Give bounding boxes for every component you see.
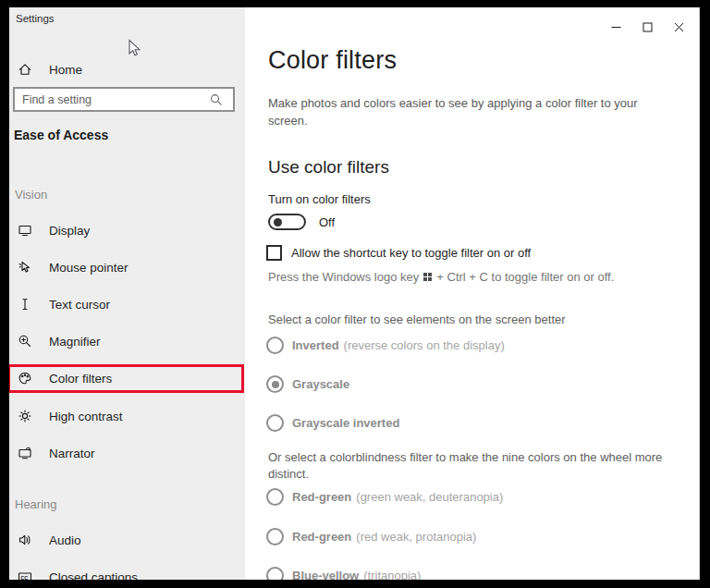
radio-description: (red weak, protanopia) <box>356 530 476 544</box>
narrator-icon <box>18 446 32 460</box>
colorblind-intro: Or select a colorblindness filter to mak… <box>268 449 667 483</box>
sidebar-item-closed-captions[interactable]: CC Closed captions <box>9 559 245 580</box>
shortcut-checkbox-label: Allow the shortcut key to toggle filter … <box>291 246 531 260</box>
radio-inverted[interactable] <box>266 337 284 354</box>
main-content: Color filters Make photos and colors eas… <box>245 7 700 580</box>
sidebar-item-display[interactable]: Display <box>9 213 245 248</box>
shortcut-checkbox[interactable] <box>266 245 282 261</box>
sidebar-item-label: Color filters <box>49 372 112 386</box>
radio-row-grayscale[interactable]: Grayscale <box>266 375 354 393</box>
windows-logo-icon <box>423 273 432 281</box>
radio-description: (green weak, deuteranopia) <box>356 490 503 504</box>
display-icon <box>18 223 32 238</box>
sidebar-item-audio[interactable]: Audio <box>9 522 245 557</box>
app-title: Settings <box>16 13 55 24</box>
radio-row-inverted[interactable]: Inverted (reverse colors on the display) <box>266 337 505 354</box>
radio-description: (tritanopia) <box>363 569 421 580</box>
sidebar-item-label: Magnifier <box>49 335 101 349</box>
shortcut-hint-prefix: Press the Windows logo key <box>268 270 419 284</box>
radio-label: Red-green <box>292 530 351 544</box>
svg-text:CC: CC <box>20 575 28 580</box>
text-cursor-icon <box>18 297 32 312</box>
maximize-button[interactable] <box>631 17 663 37</box>
category-label: Ease of Access <box>14 128 108 142</box>
mouse-pointer-icon <box>18 260 32 275</box>
page-description: Make photos and colors easier to see by … <box>268 94 667 129</box>
minimize-button[interactable] <box>600 17 631 37</box>
toggle-state-label: Off <box>319 215 335 229</box>
sidebar-item-narrator[interactable]: Narrator <box>9 435 245 471</box>
sidebar-item-label: Text cursor <box>49 298 110 312</box>
sidebar-item-text-cursor[interactable]: Text cursor <box>9 287 245 322</box>
sidebar-item-home[interactable]: Home <box>9 52 245 87</box>
shortcut-hint-suffix: + Ctrl + C to toggle filter on or off. <box>436 270 614 284</box>
sidebar-item-color-filters[interactable]: Color filters <box>9 361 245 396</box>
sidebar: Settings Home Ease of Access Vision <box>9 7 245 580</box>
home-icon <box>18 62 32 77</box>
sidebar-item-label: Closed captions <box>49 570 138 581</box>
sidebar-item-high-contrast[interactable]: High contrast <box>9 398 245 434</box>
sidebar-item-magnifier[interactable]: Magnifier <box>9 324 245 359</box>
search-box <box>13 87 235 112</box>
radio-description: (reverse colors on the display) <box>344 338 505 352</box>
group-label-vision: Vision <box>15 188 47 202</box>
closed-captions-icon: CC <box>18 570 32 580</box>
radio-label: Red-green <box>292 490 351 504</box>
sidebar-item-label: Mouse pointer <box>49 261 129 275</box>
radio-label: Inverted <box>292 338 339 352</box>
screenshot-frame: Settings Home Ease of Access Vision <box>0 0 710 588</box>
filter-select-label: Select a color filter to see elements on… <box>268 312 566 326</box>
sidebar-item-label: Home <box>49 63 82 77</box>
toggle-knob <box>274 218 282 227</box>
radio-row-red-green-protanopia[interactable]: Red-green (red weak, protanopia) <box>266 528 476 545</box>
color-filters-toggle[interactable] <box>268 214 306 230</box>
sidebar-item-label: High contrast <box>49 410 123 423</box>
sidebar-item-label: Display <box>49 224 90 238</box>
search-input[interactable] <box>15 93 209 106</box>
search-icon[interactable] <box>209 92 227 106</box>
sidebar-item-mouse-pointer[interactable]: Mouse pointer <box>9 250 245 285</box>
magnifier-icon <box>18 334 32 349</box>
radio-grayscale-inverted[interactable] <box>266 414 284 432</box>
radio-red-green-deuteranopia[interactable] <box>266 488 284 506</box>
section-heading: Use color filters <box>268 157 389 178</box>
sidebar-item-label: Audio <box>49 533 81 547</box>
radio-red-green-protanopia[interactable] <box>266 528 284 545</box>
sidebar-item-label: Narrator <box>49 447 95 460</box>
radio-label: Blue-yellow <box>292 569 359 580</box>
radio-label: Grayscale <box>292 377 349 391</box>
high-contrast-icon <box>18 409 32 423</box>
radio-row-red-green-deuteranopia[interactable]: Red-green (green weak, deuteranopia) <box>266 488 503 506</box>
shortcut-hint: Press the Windows logo key + Ctrl + C to… <box>268 270 614 284</box>
shortcut-checkbox-row[interactable]: Allow the shortcut key to toggle filter … <box>266 245 531 261</box>
radio-blue-yellow[interactable] <box>266 567 284 580</box>
radio-row-grayscale-inverted[interactable]: Grayscale inverted <box>266 414 404 432</box>
group-label-hearing: Hearing <box>15 497 57 511</box>
color-filters-icon <box>18 371 32 386</box>
radio-label: Grayscale inverted <box>292 416 399 430</box>
close-button[interactable] <box>663 17 694 37</box>
radio-grayscale[interactable] <box>266 375 284 393</box>
toggle-label: Turn on color filters <box>268 192 371 206</box>
audio-icon <box>18 533 32 547</box>
window-controls <box>600 17 694 37</box>
radio-row-blue-yellow[interactable]: Blue-yellow (tritanopia) <box>266 567 421 580</box>
settings-window: Settings Home Ease of Access Vision <box>9 7 700 580</box>
page-title: Color filters <box>268 46 397 75</box>
